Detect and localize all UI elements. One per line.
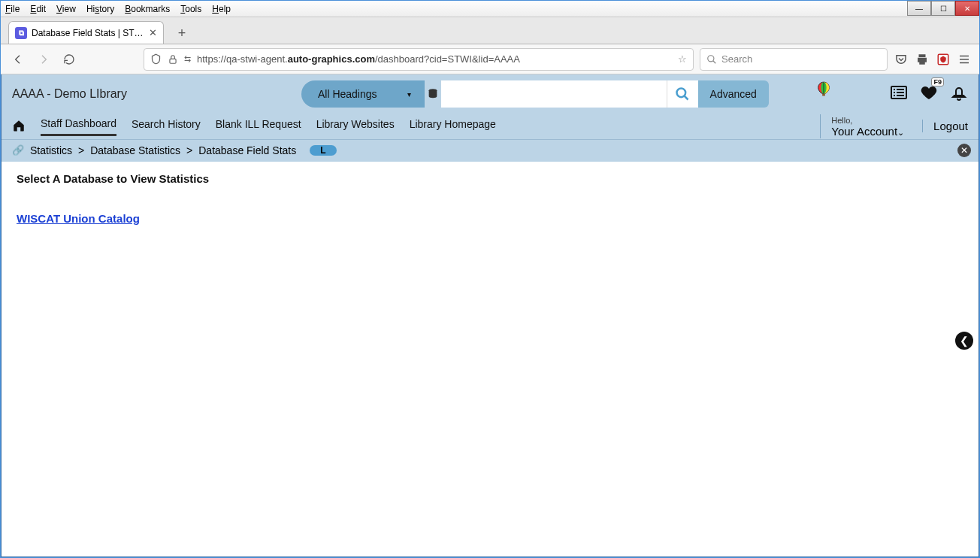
- search-icon: [706, 54, 717, 65]
- list-icon[interactable]: [890, 83, 908, 105]
- side-collapse-icon[interactable]: ❮: [955, 332, 973, 350]
- svg-rect-5: [822, 94, 825, 96]
- url-bar[interactable]: ⇆ https://qa-stwi-agent.auto-graphics.co…: [144, 48, 694, 71]
- menu-edit[interactable]: Edit: [30, 4, 46, 14]
- print-icon[interactable]: [915, 52, 930, 67]
- logout-link[interactable]: Logout: [922, 120, 968, 132]
- browser-menubar: File Edit View History Bookmarks Tools H…: [1, 1, 979, 17]
- window-close-button[interactable]: ✕: [955, 1, 979, 16]
- lock-icon: [168, 54, 178, 65]
- reload-button[interactable]: [59, 50, 79, 69]
- permissions-icon: ⇆: [184, 54, 191, 64]
- dropdown-label: All Headings: [318, 88, 377, 100]
- breadcrumb-bar: 🔗 Statistics > Database Statistics > Dat…: [2, 139, 978, 160]
- nav-library-homepage[interactable]: Library Homepage: [410, 118, 496, 135]
- new-tab-button[interactable]: +: [171, 23, 192, 44]
- breadcrumb-3[interactable]: Database Field Stats: [198, 144, 296, 156]
- catalog-search-button[interactable]: [667, 80, 698, 108]
- balloon-icon[interactable]: [815, 80, 832, 108]
- menu-tools[interactable]: Tools: [180, 4, 201, 14]
- app-header: AAAA - Demo LIbrary All Headings ▾ Advan…: [2, 74, 978, 114]
- browser-toolbar: ⇆ https://qa-stwi-agent.auto-graphics.co…: [1, 44, 979, 74]
- account-label: Your Account: [831, 125, 897, 138]
- account-hello: Hello,: [831, 116, 852, 125]
- nav-blank-ill[interactable]: Blank ILL Request: [216, 118, 301, 135]
- tab-title: Database Field Stats | STWI | aaa: [32, 28, 144, 38]
- pocket-icon[interactable]: [894, 52, 909, 67]
- library-title: AAAA - Demo LIbrary: [12, 87, 127, 101]
- menu-view[interactable]: View: [56, 4, 76, 14]
- content-heading: Select A Database to View Statistics: [17, 172, 963, 185]
- breadcrumb-1[interactable]: Statistics: [30, 144, 72, 156]
- database-link-wiscat[interactable]: WISCAT Union Catalog: [17, 212, 140, 225]
- header-right-icons: F9: [890, 83, 968, 105]
- home-icon[interactable]: [12, 119, 26, 135]
- browser-search-box[interactable]: Search: [700, 48, 888, 71]
- extension-shield-icon[interactable]: [936, 52, 951, 67]
- favorites-badge: F9: [931, 77, 944, 86]
- breadcrumb-2[interactable]: Database Statistics: [90, 144, 180, 156]
- browser-tab-active[interactable]: ⧉ Database Field Stats | STWI | aaa ✕: [8, 21, 164, 44]
- shield-icon: [150, 53, 162, 65]
- catalog-search-cluster: All Headings ▾ Advanced: [301, 80, 769, 108]
- svg-point-1: [708, 55, 714, 61]
- breadcrumb-pill: L: [310, 145, 336, 156]
- forward-button[interactable]: [34, 50, 53, 69]
- svg-rect-0: [170, 59, 176, 63]
- menu-bookmarks[interactable]: Bookmarks: [125, 4, 170, 14]
- url-text: https://qa-stwi-agent.auto-graphics.com/…: [197, 53, 672, 65]
- app-frame: AAAA - Demo LIbrary All Headings ▾ Advan…: [1, 74, 979, 557]
- window-maximize-button[interactable]: ☐: [931, 1, 955, 16]
- content-area: Select A Database to View Statistics WIS…: [2, 162, 978, 556]
- advanced-search-button[interactable]: Advanced: [698, 80, 769, 108]
- bookmark-star-icon[interactable]: ☆: [678, 53, 687, 65]
- app-menu-icon[interactable]: [957, 52, 972, 67]
- svg-point-4: [677, 89, 686, 98]
- account-dropdown[interactable]: Hello, Your Account⌄: [820, 114, 904, 138]
- chevron-down-icon: ⌄: [897, 128, 904, 137]
- menu-history[interactable]: History: [86, 4, 114, 14]
- chevron-down-icon: ▾: [407, 90, 411, 99]
- browser-tabstrip: ⧉ Database Field Stats | STWI | aaa ✕ +: [1, 17, 979, 44]
- breadcrumb-close-icon[interactable]: ✕: [957, 144, 971, 157]
- catalog-search-input[interactable]: [441, 80, 667, 108]
- nav-library-websites[interactable]: Library Websites: [316, 118, 395, 135]
- tab-close-icon[interactable]: ✕: [149, 27, 157, 38]
- favicon-icon: ⧉: [15, 27, 27, 39]
- favorites-icon[interactable]: F9: [920, 83, 938, 105]
- menu-file[interactable]: File: [5, 4, 20, 14]
- notifications-icon[interactable]: [950, 83, 968, 105]
- nav-staff-dashboard[interactable]: Staff Dashboard: [41, 117, 116, 136]
- chain-icon: 🔗: [12, 144, 24, 156]
- app-nav: Staff Dashboard Search History Blank ILL…: [2, 114, 978, 139]
- database-icon[interactable]: [425, 87, 441, 101]
- menu-help[interactable]: Help: [212, 4, 231, 14]
- back-button[interactable]: [8, 50, 28, 69]
- window-minimize-button[interactable]: —: [907, 1, 931, 16]
- nav-search-history[interactable]: Search History: [132, 118, 201, 135]
- search-scope-dropdown[interactable]: All Headings ▾: [301, 80, 425, 108]
- search-placeholder: Search: [721, 53, 752, 65]
